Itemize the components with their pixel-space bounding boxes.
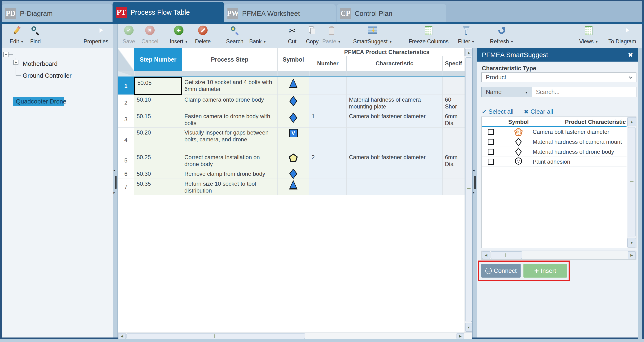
- cell-specification[interactable]: 6mm Dia: [442, 152, 464, 169]
- toolbar-button-views[interactable]: Views▼: [572, 26, 605, 47]
- cell-characteristic[interactable]: Material hardness of camera mounting pla…: [346, 95, 442, 111]
- checkbox[interactable]: [488, 149, 494, 155]
- scroll-left-icon[interactable]: ◀: [118, 333, 126, 339]
- column-header-characteristic[interactable]: Characteristic: [346, 56, 442, 71]
- clear-all-link[interactable]: ✖Clear all: [524, 108, 553, 115]
- cell-number[interactable]: 1: [309, 111, 346, 128]
- cell-symbol[interactable]: [278, 152, 309, 169]
- cell-characteristic[interactable]: [346, 128, 442, 152]
- characteristic-type-select[interactable]: Product: [481, 72, 636, 82]
- list-vertical-scrollbar[interactable]: ▲ ▼: [627, 117, 636, 248]
- cell-symbol[interactable]: [278, 169, 309, 179]
- cell-specification[interactable]: [442, 77, 464, 95]
- cell-specification[interactable]: [442, 128, 464, 152]
- scrollbar-thumb[interactable]: [628, 127, 636, 237]
- tab-process-flow-table[interactable]: PT Process Flow Table: [112, 2, 224, 23]
- right-splitter[interactable]: ◂ ▸: [472, 48, 477, 337]
- row-number[interactable]: 5: [118, 152, 134, 169]
- cell-number[interactable]: [309, 77, 346, 95]
- scroll-down-icon[interactable]: ▼: [465, 323, 472, 331]
- cell-step-number[interactable]: 50.35: [134, 179, 182, 195]
- expand-right-icon[interactable]: ▸: [473, 191, 475, 195]
- cell-process-step[interactable]: Visually inspect for gaps between bolts,…: [182, 128, 278, 152]
- select-all-link[interactable]: ✔Select all: [482, 108, 514, 115]
- cell-symbol[interactable]: [278, 128, 309, 152]
- list-header-symbol[interactable]: Symbol: [504, 119, 533, 125]
- cell-symbol[interactable]: [278, 111, 309, 128]
- toolbar-button-refresh[interactable]: Refresh▼: [485, 26, 518, 47]
- insert-button[interactable]: + Insert: [524, 264, 567, 278]
- toolbar-button-find[interactable]: Find: [19, 26, 52, 47]
- scroll-up-icon[interactable]: ▲: [465, 49, 472, 56]
- collapse-left-icon[interactable]: ◂: [114, 168, 115, 173]
- cell-characteristic[interactable]: [346, 77, 442, 95]
- toolbar-button-to-diagram[interactable]: To Diagram: [602, 26, 642, 47]
- checkbox[interactable]: [488, 139, 494, 145]
- cell-symbol[interactable]: [278, 179, 309, 195]
- cell-number[interactable]: [309, 95, 346, 111]
- cell-characteristic[interactable]: [346, 179, 442, 195]
- scrollbar-thumb[interactable]: [490, 251, 522, 259]
- toolbar-button-smartsuggest[interactable]: SmartSuggest▼: [346, 26, 398, 47]
- column-header-specification[interactable]: Specif: [442, 56, 464, 71]
- scroll-up-icon[interactable]: ▲: [628, 117, 636, 126]
- row-number[interactable]: 1: [118, 77, 134, 95]
- toolbar-button-cancel[interactable]: ✖ Cancel: [133, 26, 166, 47]
- scroll-right-icon[interactable]: ▶: [456, 333, 464, 339]
- table-vertical-scrollbar[interactable]: ▲ ▼: [464, 48, 472, 332]
- toolbar-button-delete[interactable]: Delete: [186, 26, 220, 47]
- list-header-product-characteristic[interactable]: Product Characteristic: [533, 119, 626, 125]
- checkbox[interactable]: [488, 159, 494, 165]
- column-header-symbol[interactable]: Symbol: [278, 48, 309, 71]
- scroll-right-icon[interactable]: ▶: [628, 251, 636, 259]
- scrollbar-thumb[interactable]: [126, 333, 305, 339]
- cell-process-step[interactable]: Fasten camera to drone body with bolts: [182, 111, 278, 128]
- cell-specification[interactable]: [442, 169, 464, 179]
- toolbar-button-paste[interactable]: Paste▼: [315, 26, 348, 47]
- row-number[interactable]: 6: [118, 169, 134, 179]
- row-number[interactable]: 3: [118, 111, 134, 128]
- cell-step-number[interactable]: 50.10: [134, 95, 182, 111]
- splitter-handle[interactable]: [115, 176, 116, 189]
- cell-number[interactable]: [309, 169, 346, 179]
- cell-process-step[interactable]: Remove clamp from drone body: [182, 169, 278, 179]
- collapse-minus-icon[interactable]: −: [3, 52, 8, 57]
- list-item[interactable]: Camera bolt fastener diameter: [482, 127, 626, 137]
- tab-p-diagram[interactable]: PD P-Diagram: [2, 4, 112, 23]
- column-header-process-step[interactable]: Process Step: [182, 48, 278, 71]
- filter-row[interactable]: [118, 71, 464, 77]
- cell-specification[interactable]: [442, 179, 464, 195]
- cell-step-number[interactable]: 50.05: [134, 77, 182, 95]
- cell-number[interactable]: [309, 128, 346, 152]
- cell-number[interactable]: 2: [309, 152, 346, 169]
- list-horizontal-scrollbar[interactable]: ◀ ▶: [481, 251, 636, 260]
- cell-step-number[interactable]: 50.20: [134, 128, 182, 152]
- toolbar-button-properties[interactable]: Properties: [77, 26, 115, 47]
- cell-specification[interactable]: 60 Shor: [442, 95, 464, 111]
- search-input[interactable]: [532, 87, 636, 97]
- cell-process-step[interactable]: Clamp camera onto drone body: [182, 95, 278, 111]
- tab-control-plan[interactable]: CP Control Plan: [337, 4, 446, 23]
- cell-process-step[interactable]: Get size 10 socket and 4 bolts with 6mm …: [182, 77, 278, 95]
- cell-process-step[interactable]: Correct camera installation on drone bod…: [182, 152, 278, 169]
- close-icon[interactable]: ✖: [628, 51, 633, 59]
- collapse-left-icon[interactable]: ◂: [473, 168, 475, 173]
- column-header-step-number[interactable]: Step Number: [134, 48, 182, 71]
- tab-pfmea-worksheet[interactable]: PW PFMEA Worksheet: [224, 4, 336, 23]
- left-splitter[interactable]: ◂ ▸: [113, 24, 118, 337]
- cell-step-number[interactable]: 50.30: [134, 169, 182, 179]
- cell-process-step[interactable]: Return size 10 socket to tool distributi…: [182, 179, 278, 195]
- list-item[interactable]: Paint adhesion: [482, 157, 626, 167]
- cell-characteristic[interactable]: [346, 169, 442, 179]
- cell-specification[interactable]: 6mm Dia: [442, 111, 464, 128]
- search-field-selector[interactable]: Name ▼: [481, 87, 532, 97]
- splitter-handle[interactable]: [474, 176, 476, 189]
- expand-right-icon[interactable]: ▸: [114, 191, 115, 195]
- toolbar-button-filter[interactable]: Filter▼: [450, 26, 483, 47]
- cell-characteristic[interactable]: Camera bolt fastener diameter: [346, 152, 442, 169]
- cell-step-number[interactable]: 50.15: [134, 111, 182, 128]
- list-item[interactable]: Material hardness of drone body: [482, 147, 626, 157]
- toolbar-button-freeze-columns[interactable]: Freeze Columns: [402, 26, 455, 47]
- tree-item-quadcopter-drone[interactable]: Quadcopter Drone: [13, 97, 64, 106]
- table-horizontal-scrollbar[interactable]: ◀ ▶: [118, 332, 472, 339]
